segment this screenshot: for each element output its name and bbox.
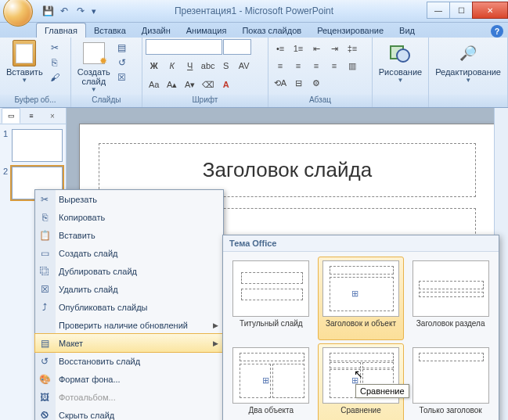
layout-icon: ▤ <box>38 338 52 349</box>
publish-icon: ⤴ <box>38 302 52 313</box>
group-label-clipboard: Буфер об... <box>0 95 70 107</box>
clear-format-button[interactable]: ⌫ <box>200 77 217 92</box>
maximize-button[interactable]: ☐ <box>449 2 473 19</box>
grow-font-button[interactable]: A▴ <box>164 77 181 92</box>
editing-button[interactable]: 🔎 Редактирование ▼ <box>432 39 504 85</box>
bold-button[interactable]: Ж <box>146 58 163 74</box>
indent-dec-button[interactable]: ⇤ <box>308 41 325 56</box>
office-button[interactable] <box>3 0 33 27</box>
paste-icon: 📋 <box>38 230 52 241</box>
bullets-button[interactable]: •≡ <box>272 41 289 56</box>
layout-thumb <box>232 260 309 317</box>
indent-inc-button[interactable]: ⇥ <box>326 41 343 56</box>
ctx-publish[interactable]: ⤴Опубликовать слайды <box>35 298 223 316</box>
layout-thumb: ⊞ <box>232 347 309 404</box>
numbering-button[interactable]: 1≡ <box>290 41 307 56</box>
format-painter-icon[interactable]: 🖌 <box>48 70 62 84</box>
content-icon: ⊞ <box>262 375 269 386</box>
tab-review[interactable]: Рецензирование <box>309 23 391 38</box>
justify-button[interactable]: ≡ <box>326 58 343 74</box>
close-button[interactable]: ✕ <box>472 2 508 19</box>
strike-button[interactable]: abc <box>200 58 217 74</box>
layout-option[interactable]: ⊞Сравнение <box>318 343 405 420</box>
help-icon[interactable]: ? <box>491 25 503 38</box>
ctx-format-background[interactable]: 🎨Формат фона... <box>35 370 223 388</box>
new-slide-button[interactable]: Создать слайд ▼ <box>74 39 113 95</box>
group-label-slides: Слайды <box>71 95 142 107</box>
layout-option[interactable]: Только заголовок <box>407 343 494 420</box>
qat-save-icon[interactable]: 💾 <box>41 4 55 18</box>
layout-label: Два объекта <box>249 406 294 420</box>
layout-option[interactable]: Титульный слайд <box>228 257 315 340</box>
window-controls: — ☐ ✕ <box>427 2 508 17</box>
drawing-button[interactable]: Рисование ▼ <box>376 39 425 85</box>
minimize-button[interactable]: — <box>427 2 450 19</box>
align-right-button[interactable]: ≡ <box>308 58 325 74</box>
ctx-new-slide[interactable]: ▭Создать слайд <box>35 244 223 262</box>
submenu-arrow-icon: ▶ <box>213 321 218 329</box>
ctx-paste[interactable]: 📋Вставить <box>35 226 223 244</box>
tab-view[interactable]: Вид <box>391 23 423 38</box>
reset-icon[interactable]: ↺ <box>115 56 129 70</box>
ctx-check-updates[interactable]: Проверить наличие обновлений▶ <box>35 316 223 334</box>
change-case-button[interactable]: Aa <box>146 77 163 92</box>
line-spacing-button[interactable]: ‡≡ <box>344 41 361 56</box>
ctx-copy[interactable]: ⎘Копировать <box>35 208 223 226</box>
italic-button[interactable]: К <box>164 58 181 74</box>
ctx-layout[interactable]: ▤Макет▶ <box>35 334 223 352</box>
underline-button[interactable]: Ч <box>182 58 199 74</box>
group-label-paragraph: Абзац <box>268 95 372 107</box>
quick-access-toolbar: 💾 ↶ ↷ ▾ <box>41 4 99 18</box>
tooltip: Сравнение <box>355 384 409 398</box>
align-left-button[interactable]: ≡ <box>272 58 289 74</box>
qat-undo-icon[interactable]: ↶ <box>57 4 71 18</box>
align-center-button[interactable]: ≡ <box>290 58 307 74</box>
copy-icon: ⎘ <box>38 212 52 223</box>
font-color-button[interactable]: A <box>218 77 235 92</box>
layout-label: Заголовок раздела <box>416 319 485 336</box>
copy-icon[interactable]: ⎘ <box>48 56 62 70</box>
layout-label: Только заголовок <box>420 406 482 420</box>
tab-animation[interactable]: Анимация <box>178 23 235 38</box>
ctx-duplicate[interactable]: ⿻Дублировать слайд <box>35 262 223 280</box>
ctx-delete[interactable]: ☒Удалить слайд <box>35 280 223 298</box>
ribbon-tabs: Главная Вставка Дизайн Анимация Показ сл… <box>0 23 508 38</box>
layout-option[interactable]: ⊞Два объекта <box>228 343 315 420</box>
cut-icon[interactable]: ✂ <box>48 41 62 55</box>
qat-customize-icon[interactable]: ▾ <box>92 6 99 16</box>
shrink-font-button[interactable]: A▾ <box>182 77 199 92</box>
new-slide-icon <box>81 41 106 66</box>
tab-insert[interactable]: Вставка <box>86 23 134 38</box>
tab-slideshow[interactable]: Показ слайдов <box>234 23 309 38</box>
slides-tab-icon[interactable]: ▭ <box>2 108 20 124</box>
font-family-combo[interactable] <box>146 39 222 55</box>
tab-design[interactable]: Дизайн <box>134 23 178 38</box>
text-direction-button[interactable]: ⟲A <box>272 75 289 91</box>
font-size-combo[interactable] <box>223 39 251 55</box>
tab-home[interactable]: Главная <box>36 23 86 38</box>
layout-label: Титульный слайд <box>240 319 303 336</box>
context-menu: ✂Вырезать ⎘Копировать 📋Вставить ▭Создать… <box>34 189 224 420</box>
layout-icon[interactable]: ▤ <box>115 41 129 55</box>
char-spacing-button[interactable]: AV <box>236 58 253 74</box>
columns-button[interactable]: ▥ <box>344 58 361 74</box>
ctx-reset[interactable]: ↺Восстановить слайд <box>35 352 223 370</box>
new-slide-icon: ▭ <box>38 248 52 259</box>
ctx-hide-slide[interactable]: 🛇Скрыть слайд <box>35 406 223 420</box>
ribbon: Вставить ▼ ✂ ⎘ 🖌 Буфер об... Создать сла… <box>0 38 508 108</box>
group-drawing: Рисование ▼ <box>373 38 429 107</box>
qat-redo-icon[interactable]: ↷ <box>74 4 88 18</box>
outline-tab-icon[interactable]: ≡ <box>22 108 41 124</box>
group-label-drawing <box>373 95 428 107</box>
align-text-button[interactable]: ⊟ <box>290 75 307 91</box>
paste-button[interactable]: Вставить ▼ <box>3 39 46 85</box>
delete-slide-icon[interactable]: ☒ <box>115 70 129 84</box>
thumbnail-1[interactable]: 1 <box>3 129 63 162</box>
layout-option[interactable]: Заголовок раздела <box>407 257 494 340</box>
pane-close-icon[interactable]: × <box>50 112 64 120</box>
ctx-cut[interactable]: ✂Вырезать <box>35 190 223 208</box>
smartart-button[interactable]: ⚙ <box>308 75 325 91</box>
layout-option[interactable]: ⊞Заголовок и объект <box>318 257 405 340</box>
shadow-button[interactable]: S <box>218 58 235 74</box>
gallery-header: Тема Office <box>223 235 499 252</box>
